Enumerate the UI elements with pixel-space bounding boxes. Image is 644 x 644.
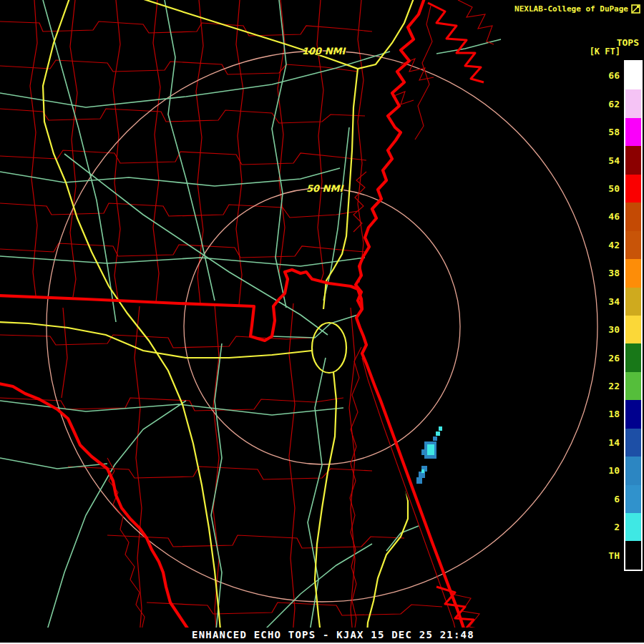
colorbar-tick-label: TH xyxy=(594,541,620,569)
colorbar-segment xyxy=(625,485,641,513)
colorbar-tick-label: 38 xyxy=(594,259,620,287)
colorbar-segment xyxy=(625,231,641,259)
colorbar-segment xyxy=(625,175,641,203)
highway-i16 xyxy=(142,0,414,69)
colorbar-segment xyxy=(625,62,641,89)
gulf-coastline xyxy=(0,384,197,644)
colorbar-units: [K FT] xyxy=(590,47,620,57)
radar-screen: 100 NMI 50 NMI NEXLAB-College of DuPage … xyxy=(0,0,644,644)
county-lines xyxy=(0,0,442,644)
colorbar-tick-label: 30 xyxy=(594,316,620,343)
roads-green-coastal xyxy=(386,39,501,551)
colorbar-segment xyxy=(625,89,641,117)
coastline xyxy=(356,0,484,644)
echo-cell-north xyxy=(421,426,442,459)
colorbar-segment xyxy=(625,259,641,287)
colorbar-tick-label: 6 xyxy=(594,485,620,513)
atlantic-coastline xyxy=(356,0,468,644)
colorbar-segment xyxy=(625,429,641,457)
colorbar-tick-label: 18 xyxy=(594,400,620,428)
colorbar-segment xyxy=(625,203,641,230)
ga-fl-border xyxy=(0,270,362,341)
colorbar-tick-label: 26 xyxy=(594,343,620,371)
highway-us1-coastal xyxy=(365,336,408,644)
range-label-100nmi: 100 NMI xyxy=(302,46,345,57)
colorbar-segment xyxy=(625,457,641,484)
colorbar-segment xyxy=(625,372,641,400)
colorbar-segment xyxy=(625,400,641,428)
status-text: ENHANCED ECHO TOPS - KJAX 15 DEC 25 21:4… xyxy=(192,629,474,640)
colorbar-tick-label: 14 xyxy=(594,429,620,457)
colorbar-segment xyxy=(625,288,641,316)
colorbar-segment xyxy=(625,146,641,174)
colorbar-tick-label: 66 xyxy=(594,62,620,89)
colorbar-tick-label: 22 xyxy=(594,372,620,400)
colorbar-segment xyxy=(625,513,641,541)
highway-i95-south xyxy=(315,372,336,644)
credit-text: NEXLAB-College of DuPage xyxy=(514,4,628,14)
colorbar-segment xyxy=(625,118,641,146)
colorbar-tick-label: 50 xyxy=(594,175,620,203)
highway-jax-beltway xyxy=(312,323,346,373)
range-label-50nmi: 50 NMI xyxy=(306,183,343,194)
colorbar-tick-label: 62 xyxy=(594,89,620,117)
colorbar-tick-label: 58 xyxy=(594,118,620,146)
colorbar-labels: 66625854504642383430262218141062TH xyxy=(594,62,620,570)
range-ring-50nmi xyxy=(184,188,460,464)
colorbar-tick-label: 42 xyxy=(594,231,620,259)
colorbar-tick-label: 46 xyxy=(594,203,620,230)
colorbar-segment xyxy=(625,316,641,343)
radar-map-svg xyxy=(0,0,644,644)
colorbar-tick-label: 2 xyxy=(594,513,620,541)
colorbar-tick-label: 54 xyxy=(594,146,620,174)
colorbar-tick-label: 10 xyxy=(594,457,620,484)
colorbar-segment xyxy=(625,541,641,569)
colorbar-tick-label: 34 xyxy=(594,288,620,316)
credit-line: NEXLAB-College of DuPage xyxy=(514,4,640,14)
echo-cell-south xyxy=(416,466,427,484)
cod-logo-icon xyxy=(631,4,640,14)
colorbar-segment xyxy=(625,343,641,371)
savannah-estuary xyxy=(428,3,484,82)
colorbar-segments xyxy=(624,60,643,571)
radar-echoes xyxy=(416,426,442,484)
